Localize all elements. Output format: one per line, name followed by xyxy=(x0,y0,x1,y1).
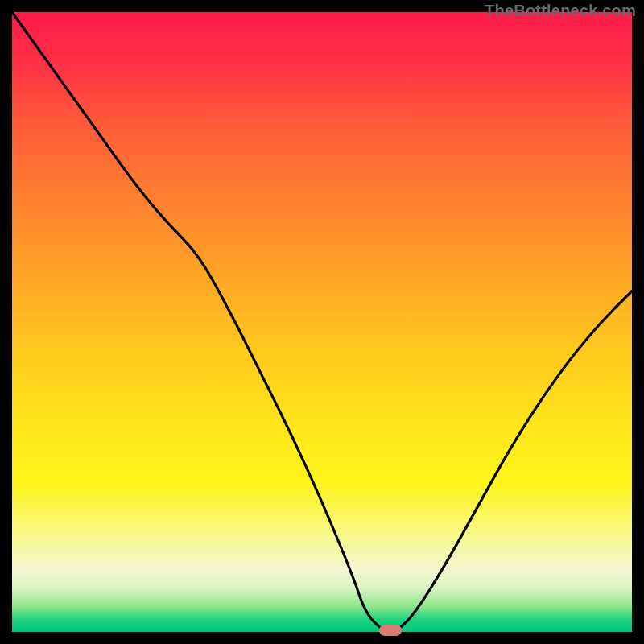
optimal-point-marker xyxy=(379,625,402,636)
bottleneck-curve xyxy=(12,12,632,632)
plot-area xyxy=(12,12,632,632)
watermark-text: TheBottleneck.com xyxy=(485,2,636,20)
chart-container: TheBottleneck.com xyxy=(0,0,644,644)
